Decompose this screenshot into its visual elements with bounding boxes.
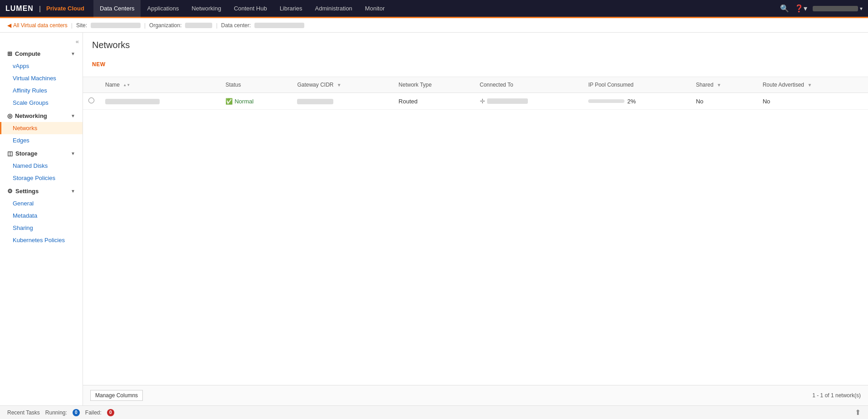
networks-table-container: Name ▲▼ Status Gateway CIDR ▼ Network Ty…	[83, 77, 868, 385]
back-arrow-icon: ◀	[7, 22, 11, 29]
networking-chevron-icon: ▼	[71, 113, 75, 118]
storage-icon: ◫	[7, 150, 13, 157]
sidebar-item-affinity-rules[interactable]: Affinity Rules	[0, 84, 83, 97]
compute-label: Compute	[15, 50, 40, 57]
top-navigation: LUMEN | Private Cloud Data Centers Appli…	[0, 0, 868, 18]
row-name-cell	[100, 93, 220, 110]
network-name-value	[105, 99, 160, 104]
sidebar-item-networks[interactable]: Networks	[0, 122, 83, 134]
ip-pool-pct-label: 2%	[627, 98, 636, 105]
nav-item-monitor[interactable]: Monitor	[359, 0, 391, 18]
table-col-name[interactable]: Name ▲▼	[100, 77, 220, 93]
nav-item-contenthub[interactable]: Content Hub	[228, 0, 273, 18]
username-text	[813, 6, 858, 11]
name-sort-icon[interactable]: ▲▼	[123, 83, 130, 87]
table-col-route-advertised: Route Advertised ▼	[757, 77, 868, 93]
site-label: Site:	[76, 22, 87, 29]
content-header: Networks NEW	[83, 33, 868, 77]
main-layout: « ⊞ Compute ▼ vApps Virtual Machines Aff…	[0, 33, 868, 405]
move-icon: ✛	[480, 97, 485, 105]
route-filter-icon[interactable]: ▼	[807, 83, 812, 88]
table-col-ip-pool: IP Pool Consumed	[583, 77, 690, 93]
sidebar-section-settings: ⚙ Settings ▼ General Metadata Sharing Ku…	[0, 184, 83, 246]
status-check-icon: ✅	[225, 98, 233, 105]
sidebar-item-general[interactable]: General	[0, 197, 83, 210]
table-col-checkbox	[83, 77, 100, 93]
table-footer: Manage Columns 1 - 1 of 1 network(s)	[83, 385, 868, 405]
logo[interactable]: LUMEN | Private Cloud	[5, 5, 84, 13]
failed-label: Failed:	[85, 409, 102, 416]
sidebar-item-sharing[interactable]: Sharing	[0, 222, 83, 234]
dc-label: Data center:	[221, 22, 251, 29]
sidebar: « ⊞ Compute ▼ vApps Virtual Machines Aff…	[0, 33, 83, 405]
main-content: Networks NEW Name ▲▼ Status	[83, 33, 868, 405]
sidebar-section-compute-header[interactable]: ⊞ Compute ▼	[0, 47, 83, 60]
compute-chevron-icon: ▼	[71, 51, 75, 56]
main-nav: Data Centers Applications Networking Con…	[93, 0, 780, 18]
ip-pool-progress-bar	[588, 99, 624, 103]
sidebar-section-settings-header[interactable]: ⚙ Settings ▼	[0, 184, 83, 197]
table-col-gateway-cidr: Gateway CIDR ▼	[292, 77, 393, 93]
logo-product-text: Private Cloud	[46, 5, 84, 12]
shared-filter-icon[interactable]: ▼	[717, 83, 721, 88]
logo-lumen-text: LUMEN	[5, 5, 34, 13]
recent-tasks-label: Recent Tasks	[7, 409, 40, 416]
user-info[interactable]: ▾	[813, 5, 863, 12]
sidebar-section-networking: ◎ Networking ▼ Networks Edges	[0, 109, 83, 146]
scroll-to-top-icon[interactable]: ⬆	[855, 408, 861, 417]
row-status-cell: ✅ Normal	[220, 93, 292, 110]
nav-right: 🔍 ❓▾ ▾	[780, 4, 863, 13]
network-name-link[interactable]	[105, 98, 160, 105]
manage-columns-button[interactable]: Manage Columns	[90, 390, 143, 401]
gateway-filter-icon[interactable]: ▼	[337, 83, 341, 88]
settings-chevron-icon: ▼	[71, 189, 75, 194]
networks-table: Name ▲▼ Status Gateway CIDR ▼ Network Ty…	[83, 77, 868, 110]
sidebar-item-storage-policies[interactable]: Storage Policies	[0, 172, 83, 184]
sidebar-item-vms[interactable]: Virtual Machines	[0, 72, 83, 84]
nav-item-datacenters[interactable]: Data Centers	[93, 0, 141, 18]
help-icon[interactable]: ❓▾	[795, 4, 807, 13]
table-header-row: Name ▲▼ Status Gateway CIDR ▼ Network Ty…	[83, 77, 868, 93]
settings-label: Settings	[15, 188, 39, 195]
row-gateway-cell	[292, 93, 393, 110]
sidebar-section-networking-header[interactable]: ◎ Networking ▼	[0, 109, 83, 122]
sidebar-item-scale-groups[interactable]: Scale Groups	[0, 97, 83, 109]
sidebar-item-kubernetes-policies[interactable]: Kubernetes Policies	[0, 234, 83, 246]
sidebar-collapse-button[interactable]: «	[0, 36, 83, 47]
network-status: ✅ Normal	[225, 98, 286, 105]
page-title: Networks	[92, 40, 859, 50]
networking-label: Networking	[15, 112, 47, 119]
nav-item-applications[interactable]: Applications	[141, 0, 185, 18]
row-ip-pool-cell: 2%	[583, 93, 690, 110]
nav-item-networking[interactable]: Networking	[185, 0, 228, 18]
table-row: ✅ Normal Routed ✛	[83, 93, 868, 110]
sidebar-item-vapps[interactable]: vApps	[0, 60, 83, 72]
sidebar-section-storage: ◫ Storage ▼ Named Disks Storage Policies	[0, 146, 83, 184]
running-count-badge: 0	[73, 409, 80, 416]
sidebar-section-storage-header[interactable]: ◫ Storage ▼	[0, 146, 83, 160]
table-col-network-type: Network Type	[393, 77, 474, 93]
status-bar: Recent Tasks Running: 0 Failed: 0 ⬆	[0, 405, 868, 419]
back-to-vdcs-link[interactable]: ◀ All Virtual data centers	[7, 22, 68, 29]
org-value	[185, 23, 212, 28]
table-col-shared: Shared ▼	[690, 77, 757, 93]
networking-icon: ◎	[7, 112, 12, 119]
row-network-type-cell: Routed	[393, 93, 474, 110]
nav-item-libraries[interactable]: Libraries	[273, 0, 309, 18]
row-radio-cell[interactable]	[83, 93, 100, 110]
site-value	[91, 23, 141, 28]
nav-item-administration[interactable]: Administration	[308, 0, 358, 18]
new-network-button[interactable]: NEW	[92, 59, 106, 69]
settings-icon: ⚙	[7, 188, 13, 195]
breadcrumb-bar: ◀ All Virtual data centers | Site: | Org…	[0, 18, 868, 33]
pagination-info: 1 - 1 of 1 network(s)	[812, 392, 861, 399]
search-icon[interactable]: 🔍	[780, 4, 789, 13]
row-route-advertised-cell: No	[757, 93, 868, 110]
compute-icon: ⊞	[7, 50, 12, 57]
sidebar-item-edges[interactable]: Edges	[0, 134, 83, 146]
running-label: Running:	[45, 409, 67, 416]
row-radio-input[interactable]	[88, 97, 94, 103]
sidebar-item-named-disks[interactable]: Named Disks	[0, 160, 83, 172]
table-col-status: Status	[220, 77, 292, 93]
sidebar-item-metadata[interactable]: Metadata	[0, 210, 83, 222]
